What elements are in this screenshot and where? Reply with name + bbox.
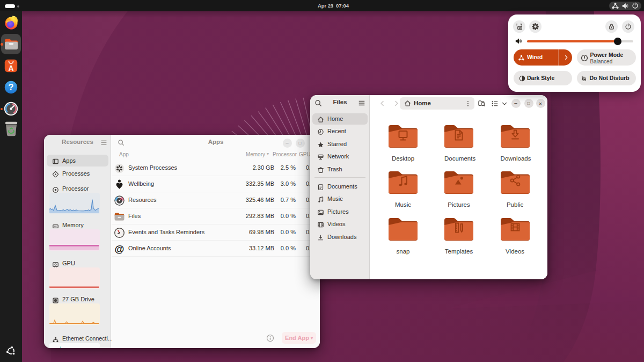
svg-text:A: A — [8, 64, 13, 73]
svg-text:?: ? — [9, 82, 14, 92]
svg-text:@: @ — [115, 243, 125, 255]
